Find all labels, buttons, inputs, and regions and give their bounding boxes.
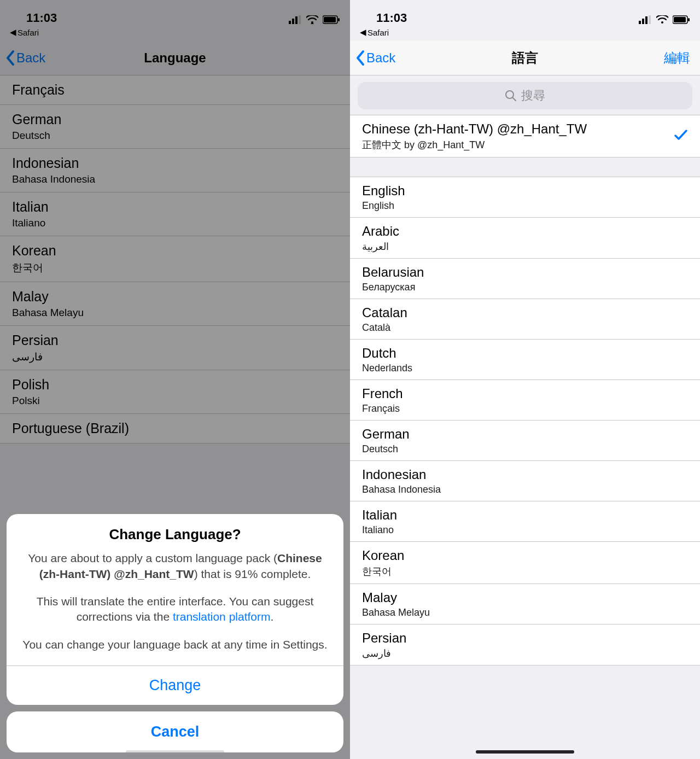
return-app-label: Safari: [368, 28, 389, 37]
row-title: German: [362, 426, 688, 442]
list-item[interactable]: BelarusianБеларуская: [350, 259, 700, 299]
checkmark-icon: [674, 128, 688, 144]
selected-language-row[interactable]: Chinese (zh-Hant-TW) @zh_Hant_TW 正體中文 by…: [350, 115, 700, 157]
row-subtitle: Bahasa Indonesia: [362, 484, 688, 495]
return-to-app[interactable]: ◀ Safari: [350, 26, 700, 40]
row-subtitle: Беларуская: [362, 282, 688, 293]
row-title: Indonesian: [362, 466, 688, 483]
status-bar: 11:03: [350, 0, 700, 26]
nav-back-label: Back: [366, 50, 395, 66]
list-item[interactable]: Persianفارسی: [350, 624, 700, 665]
change-button[interactable]: Change: [7, 665, 343, 705]
row-title: Chinese (zh-Hant-TW) @zh_Hant_TW: [362, 121, 688, 137]
sheet-body-3: You can change your language back at any…: [21, 637, 329, 652]
list-item[interactable]: DutchNederlands: [350, 340, 700, 380]
svg-rect-10: [645, 16, 648, 24]
svg-rect-15: [688, 18, 690, 21]
phone-right: 11:03 ◀ Safari Back 語言 編輯 搜尋 Chine: [350, 0, 700, 759]
search-input[interactable]: 搜尋: [358, 82, 692, 109]
svg-line-17: [512, 97, 516, 101]
row-title: English: [362, 183, 688, 199]
svg-point-12: [661, 21, 663, 24]
row-subtitle: 正體中文 by @zh_Hant_TW: [362, 138, 688, 151]
row-subtitle: English: [362, 200, 688, 212]
svg-rect-8: [639, 21, 641, 24]
search-icon: [505, 90, 517, 102]
row-subtitle: Italiano: [362, 524, 688, 536]
svg-rect-11: [649, 15, 651, 24]
nav-title: 語言: [512, 49, 538, 67]
wifi-icon: [656, 15, 668, 24]
row-title: Catalan: [362, 305, 688, 321]
row-subtitle: فارسی: [362, 647, 688, 659]
phone-left: 11:03 ◀ Safari Back Language Françai: [0, 0, 350, 759]
sheet-body-2: This will translate the entire interface…: [21, 594, 329, 625]
row-title: Arabic: [362, 223, 688, 240]
row-subtitle: 한국어: [362, 565, 688, 578]
cellular-icon: [639, 15, 652, 24]
status-time: 11:03: [376, 11, 407, 25]
nav-edit-button[interactable]: 編輯: [664, 49, 690, 67]
translation-platform-link[interactable]: translation platform: [173, 610, 271, 623]
list-item[interactable]: GermanDeutsch: [350, 421, 700, 461]
sheet-body-1: You are about to apply a custom language…: [21, 551, 329, 582]
home-indicator: [476, 750, 574, 754]
row-title: Persian: [362, 630, 688, 646]
nav-back-button[interactable]: Back: [355, 50, 395, 66]
sheet-title: Change Language?: [21, 526, 329, 543]
row-subtitle: Nederlands: [362, 363, 688, 374]
search-placeholder: 搜尋: [521, 87, 545, 104]
nav-bar: Back 語言 編輯: [350, 40, 700, 75]
list-item[interactable]: Korean한국어: [350, 542, 700, 584]
row-subtitle: العربية: [362, 241, 688, 253]
row-subtitle: Català: [362, 322, 688, 334]
row-title: Korean: [362, 547, 688, 564]
row-subtitle: Français: [362, 403, 688, 414]
list-item[interactable]: MalayBahasa Melayu: [350, 584, 700, 624]
row-title: Dutch: [362, 345, 688, 361]
row-subtitle: Deutsch: [362, 443, 688, 455]
row-subtitle: Bahasa Melayu: [362, 607, 688, 618]
svg-rect-14: [674, 17, 686, 22]
list-item[interactable]: IndonesianBahasa Indonesia: [350, 461, 700, 501]
section-gap: [350, 157, 700, 177]
language-list[interactable]: EnglishEnglishArabicالعربيةBelarusianБел…: [350, 177, 700, 665]
status-icons: [639, 15, 690, 25]
battery-icon: [673, 15, 690, 24]
list-item[interactable]: ItalianItaliano: [350, 501, 700, 542]
svg-rect-9: [642, 19, 644, 24]
cancel-button[interactable]: Cancel: [7, 711, 343, 752]
list-item[interactable]: CatalanCatalà: [350, 299, 700, 340]
row-title: Belarusian: [362, 264, 688, 281]
home-indicator: [126, 750, 224, 754]
back-triangle-icon: ◀: [360, 27, 366, 37]
row-title: Italian: [362, 507, 688, 523]
list-item[interactable]: FrenchFrançais: [350, 380, 700, 421]
list-item[interactable]: Arabicالعربية: [350, 218, 700, 259]
row-title: Malay: [362, 589, 688, 606]
row-title: French: [362, 386, 688, 402]
action-sheet-card: Change Language? You are about to apply …: [7, 514, 343, 705]
chevron-left-icon: [355, 50, 365, 66]
list-item[interactable]: EnglishEnglish: [350, 177, 700, 218]
action-sheet: Change Language? You are about to apply …: [7, 514, 343, 752]
